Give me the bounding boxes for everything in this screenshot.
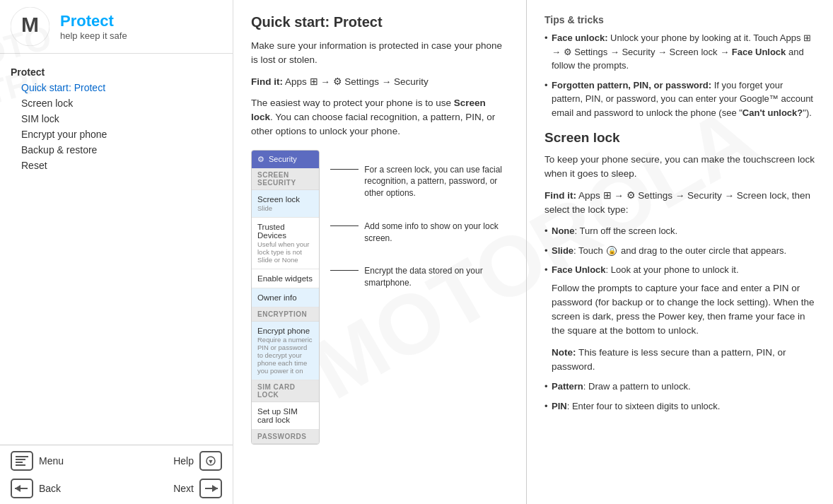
trusted-devices-row[interactable]: Trusted Devices Useful when your lock ty… — [252, 218, 319, 269]
screen-lock-row[interactable]: Screen lock Slide — [252, 190, 319, 218]
bottom-nav-left: Menu Back — [7, 449, 117, 500]
lock-type-face-unlock: Face Unlock: Look at your phone to unloc… — [544, 263, 815, 374]
callout-line-1 — [330, 169, 359, 170]
screenshot-header-title: Security — [269, 155, 297, 163]
motorola-logo: M — [11, 7, 49, 46]
bottom-nav: Menu Back Help ▼ Next — [0, 445, 233, 504]
body-text-lock: The easiest way to protect your phone is… — [251, 96, 508, 139]
sidebar-item-encrypt[interactable]: Encrypt your phone — [7, 127, 226, 142]
tips-list: Face unlock: Unlock your phone by lookin… — [544, 31, 815, 119]
phone-screenshot: ⚙ Security SCREEN SECURITY Screen lock S… — [251, 150, 320, 445]
face-unlock-detail: Follow the prompts to capture your face … — [552, 281, 815, 339]
lock-type-pin: PIN: Enter four to sixteen digits to unl… — [544, 399, 815, 414]
passwords-label: PASSWORDS — [252, 430, 319, 444]
encryption-label: ENCRYPTION — [252, 307, 319, 322]
callout-lines: For a screen lock, you can use facial re… — [330, 150, 508, 311]
back-icon — [11, 479, 33, 498]
sidebar-header: M Protect help keep it safe — [0, 0, 233, 54]
lock-icon: 🔒 — [607, 246, 617, 256]
trusted-devices-sub: Useful when your lock type is not Slide … — [257, 240, 313, 264]
encrypt-phone-title: Encrypt phone — [257, 327, 313, 335]
enable-widgets-row[interactable]: Enable widgets — [252, 269, 319, 288]
left-section-title: Quick start: Protect — [251, 14, 508, 30]
note-box: Note: This feature is less secure than a… — [552, 346, 815, 375]
callout-text-3: Encrypt the data stored on your smartpho… — [364, 265, 508, 289]
note-label: Note: — [552, 347, 576, 358]
help-icon: ▼ — [199, 451, 222, 471]
encrypt-phone-sub: Require a numeric PIN or password to dec… — [257, 336, 313, 375]
enable-widgets-title: Enable widgets — [257, 274, 313, 283]
screen-lock-intro: To keep your phone secure, you can make … — [544, 153, 815, 182]
settings-icon: ⚙ — [257, 155, 264, 164]
help-label: Help — [173, 455, 194, 467]
tips-title: Tips & tricks — [544, 14, 815, 25]
tip-face-unlock: Face unlock: Unlock your phone by lookin… — [544, 31, 815, 73]
callout-line-2 — [330, 225, 359, 226]
next-icon — [199, 479, 222, 498]
next-label: Next — [173, 483, 194, 494]
app-title: Protect — [60, 12, 127, 30]
find-it-right: Find it: Apps ⊞ → ⚙ Settings → Security … — [544, 189, 815, 218]
svg-text:M: M — [21, 13, 39, 36]
callout-3: Encrypt the data stored on your smartpho… — [330, 265, 508, 289]
svg-text:▼: ▼ — [208, 458, 214, 465]
header-text: Protect help keep it safe — [60, 12, 127, 41]
sim-lock-label: SIM CARD LOCK — [252, 380, 319, 402]
menu-icon — [11, 451, 33, 471]
sidebar-nav-content: Protect Quick start: Protect Screen lock… — [0, 54, 233, 445]
main-content: MOTOROLA Quick start: Protect Make sure … — [233, 0, 833, 504]
back-button[interactable]: Back — [7, 476, 117, 500]
set-sim-row[interactable]: Set up SIM card lock — [252, 402, 319, 430]
lock-types-list: None: Turn off the screen lock. Slide: T… — [544, 224, 815, 413]
lock-type-pattern: Pattern: Draw a pattern to unlock. — [544, 380, 815, 394]
callout-text-1: For a screen lock, you can use facial re… — [364, 164, 508, 199]
sidebar-item-quick-start[interactable]: Quick start: Protect — [7, 80, 226, 95]
screen-lock-title: Screen lock — [257, 195, 313, 204]
screen-lock-sub: Slide — [257, 204, 313, 212]
find-it-left: Find it: Apps ⊞ → ⚙ Settings → Security — [251, 75, 508, 89]
svg-rect-5 — [16, 464, 25, 466]
sidebar-item-protect[interactable]: Protect — [7, 64, 226, 80]
back-label: Back — [39, 483, 61, 494]
menu-button[interactable]: Menu — [7, 449, 117, 473]
content-left: Quick start: Protect Make sure your info… — [233, 0, 527, 504]
lock-type-none: None: Turn off the screen lock. — [544, 224, 815, 238]
screenshot-header: ⚙ Security — [252, 151, 319, 168]
tip-face-unlock-term: Face unlock: — [552, 33, 607, 43]
svg-rect-4 — [16, 462, 23, 463]
find-it-path-left: Apps ⊞ → ⚙ Settings → Security — [285, 76, 429, 87]
callout-2: Add some info to show on your lock scree… — [330, 221, 508, 245]
note-text: This feature is less secure than a patte… — [552, 347, 786, 372]
sidebar-item-backup[interactable]: Backup & restore — [7, 142, 226, 158]
encrypt-phone-row[interactable]: Encrypt phone Require a numeric PIN or p… — [252, 322, 319, 380]
svg-rect-3 — [16, 459, 25, 460]
owner-info-row[interactable]: Owner info — [252, 288, 319, 307]
sidebar: M Protect help keep it safe MOTO CTRL Pr… — [0, 0, 233, 504]
trusted-devices-title: Trusted Devices — [257, 223, 313, 240]
find-it-right-path: Apps ⊞ → ⚙ Settings → Security → Screen … — [544, 190, 810, 215]
callout-text-2: Add some info to show on your lock scree… — [364, 221, 508, 245]
bottom-nav-right: Help ▼ Next — [117, 449, 226, 500]
nav-section: Protect Quick start: Protect Screen lock… — [7, 64, 226, 173]
tip-forgotten-term: Forgotten pattern, PIN, or password: — [552, 80, 711, 90]
set-sim-title: Set up SIM card lock — [257, 407, 313, 424]
svg-rect-2 — [16, 456, 28, 457]
help-button[interactable]: Help ▼ — [170, 449, 226, 473]
lock-type-slide: Slide: Touch 🔒 and drag to the outer cir… — [544, 244, 815, 258]
menu-label: Menu — [39, 455, 64, 467]
intro-text: Make sure your information is protected … — [251, 39, 508, 68]
sidebar-item-sim-lock[interactable]: SIM lock — [7, 111, 226, 127]
screenshot-area: ⚙ Security SCREEN SECURITY Screen lock S… — [251, 150, 508, 445]
callout-1: For a screen lock, you can use facial re… — [330, 164, 508, 199]
content-right: Tips & tricks Face unlock: Unlock your p… — [527, 0, 833, 504]
next-button[interactable]: Next — [170, 476, 226, 500]
tip-forgotten: Forgotten pattern, PIN, or password: If … — [544, 78, 815, 120]
screen-security-label: SCREEN SECURITY — [252, 168, 319, 190]
owner-info-title: Owner info — [257, 293, 313, 302]
app-subtitle: help keep it safe — [60, 30, 127, 41]
sidebar-item-screen-lock[interactable]: Screen lock — [7, 95, 226, 111]
sidebar-item-reset[interactable]: Reset — [7, 158, 226, 173]
find-it-label: Find it: — [251, 76, 283, 87]
right-screen-lock-title: Screen lock — [544, 130, 815, 146]
callout-line-3 — [330, 270, 359, 271]
